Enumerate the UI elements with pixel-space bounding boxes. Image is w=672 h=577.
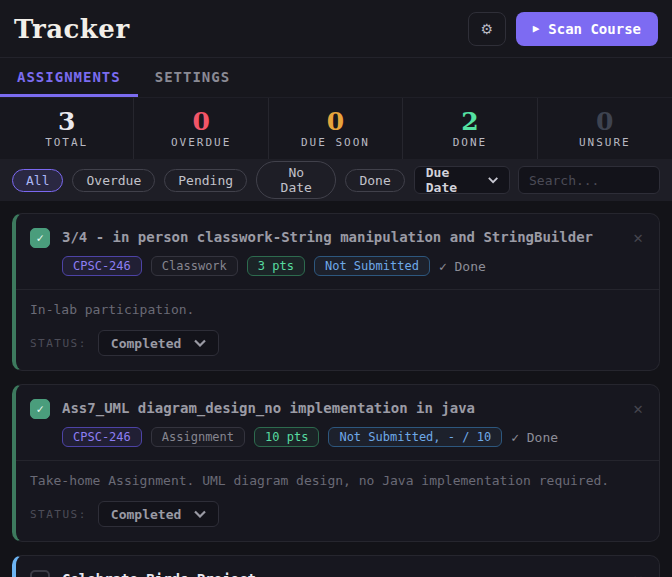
points-tag: 3 pts	[247, 256, 305, 276]
settings-gear-button[interactable]: ⚙	[468, 12, 506, 46]
filter-chip-all[interactable]: All	[12, 169, 63, 192]
done-flag: ✓ Done	[439, 259, 486, 274]
card-divider	[16, 289, 659, 290]
status-select-value: Completed	[111, 507, 181, 522]
filter-chip-done[interactable]: Done	[345, 169, 404, 192]
stat-overdue-label: OVERDUE	[171, 136, 231, 149]
assignment-description: Take-home Assignment. UML diagram design…	[30, 473, 643, 488]
tab-settings[interactable]: SETTINGS	[138, 58, 247, 97]
stat-unsure: 0 UNSURE	[538, 98, 672, 159]
sort-select[interactable]: Due Date	[414, 166, 510, 194]
assignment-description: In-lab participation.	[30, 302, 643, 317]
card-header: Celebrate Birds Project ✕	[30, 570, 643, 577]
done-checkbox[interactable]: ✓	[30, 228, 50, 248]
filter-chip-pending[interactable]: Pending	[164, 169, 247, 192]
status-row: STATUS: Completed	[30, 501, 643, 527]
stat-overdue: 0 OVERDUE	[134, 98, 268, 159]
header-actions: ⚙ ▶ Scan Course	[468, 12, 658, 46]
stat-unsure-value: 0	[596, 109, 613, 134]
card-header: ✓ Ass7_UML diagram_design_no implementat…	[30, 399, 643, 419]
stat-done: 2 DONE	[403, 98, 537, 159]
points-tag: 10 pts	[254, 427, 319, 447]
stats-row: 3 TOTAL 0 OVERDUE 0 DUE SOON 2 DONE 0 UN…	[0, 98, 672, 159]
close-icon[interactable]: ✕	[633, 572, 643, 577]
status-select-value: Completed	[111, 336, 181, 351]
done-flag: ✓ Done	[511, 430, 558, 445]
assignment-card: ✓ Ass7_UML diagram_design_no implementat…	[12, 384, 660, 542]
app-title: Tracker	[14, 14, 130, 44]
scan-course-label: Scan Course	[548, 21, 641, 37]
search-input[interactable]	[518, 166, 660, 194]
submission-tag: Not Submitted	[314, 256, 430, 276]
play-icon: ▶	[533, 23, 540, 34]
card-header: ✓ 3/4 - in person classwork-String manip…	[30, 228, 643, 248]
stat-total: 3 TOTAL	[0, 98, 134, 159]
status-select[interactable]: Completed	[98, 501, 219, 527]
tab-assignments[interactable]: ASSIGNMENTS	[0, 58, 138, 97]
chevron-down-icon	[194, 339, 206, 347]
close-icon[interactable]: ✕	[633, 401, 643, 417]
status-row: STATUS: Completed	[30, 330, 643, 356]
close-icon[interactable]: ✕	[633, 230, 643, 246]
done-checkbox[interactable]	[30, 570, 50, 577]
stat-overdue-value: 0	[192, 109, 209, 134]
filter-chip-no-date[interactable]: No Date	[256, 161, 336, 199]
stat-total-value: 3	[58, 109, 75, 134]
card-divider	[16, 460, 659, 461]
stat-total-label: TOTAL	[45, 136, 88, 149]
course-tag: CPSC-246	[62, 427, 142, 447]
assignment-title: Ass7_UML diagram_design_no implementatio…	[62, 399, 621, 419]
type-tag: Classwork	[151, 256, 238, 276]
chevron-down-icon	[194, 510, 206, 518]
assignment-card: ✓ 3/4 - in person classwork-String manip…	[12, 213, 660, 371]
filter-chip-overdue[interactable]: Overdue	[72, 169, 155, 192]
stat-done-label: DONE	[453, 136, 488, 149]
tag-row: CPSC-246 Assignment 10 pts Not Submitted…	[62, 427, 643, 447]
app-header: Tracker ⚙ ▶ Scan Course	[0, 0, 672, 58]
tag-row: CPSC-246 Classwork 3 pts Not Submitted ✓…	[62, 256, 643, 276]
done-checkbox[interactable]: ✓	[30, 399, 50, 419]
status-label: STATUS:	[30, 337, 87, 350]
stat-due-soon-value: 0	[327, 109, 344, 134]
tab-bar: ASSIGNMENTS SETTINGS	[0, 58, 672, 98]
filter-right-group: Due Date	[414, 166, 660, 194]
assignment-list: ✓ 3/4 - in person classwork-String manip…	[0, 201, 672, 577]
assignment-title: Celebrate Birds Project	[62, 570, 621, 577]
submission-tag: Not Submitted, - / 10	[328, 427, 502, 447]
type-tag: Assignment	[151, 427, 245, 447]
assignment-card: Celebrate Birds Project ✕ SCI-101 Projec…	[12, 555, 660, 577]
filter-bar: All Overdue Pending No Date Done Due Dat…	[0, 159, 672, 201]
stat-due-soon: 0 DUE SOON	[269, 98, 403, 159]
status-select[interactable]: Completed	[98, 330, 219, 356]
stat-done-value: 2	[461, 109, 478, 134]
chevron-down-icon	[488, 176, 498, 184]
stat-due-soon-label: DUE SOON	[301, 136, 370, 149]
check-icon: ✓	[36, 402, 43, 416]
status-label: STATUS:	[30, 508, 87, 521]
assignment-title: 3/4 - in person classwork-String manipul…	[62, 228, 621, 248]
check-icon: ✓	[36, 231, 43, 245]
scan-course-button[interactable]: ▶ Scan Course	[516, 12, 658, 46]
sort-select-value: Due Date	[426, 165, 479, 195]
stat-unsure-label: UNSURE	[579, 136, 631, 149]
course-tag: CPSC-246	[62, 256, 142, 276]
gear-icon: ⚙	[480, 21, 493, 37]
